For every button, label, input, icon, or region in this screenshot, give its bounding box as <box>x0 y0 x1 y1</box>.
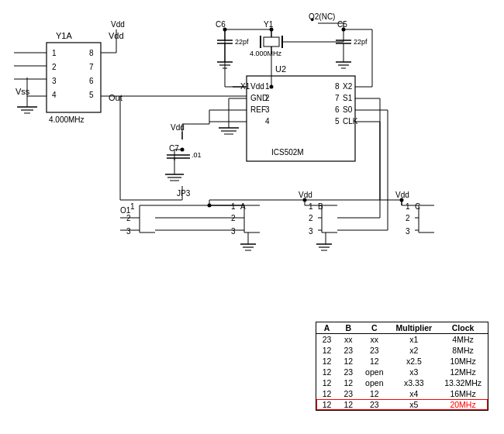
svg-text:Vdd: Vdd <box>299 191 312 199</box>
col-header-b: B <box>337 322 359 334</box>
svg-text:5: 5 <box>89 91 94 99</box>
table-cell: 12 <box>337 356 359 367</box>
svg-text:B: B <box>318 202 323 211</box>
svg-text:2: 2 <box>309 214 313 222</box>
svg-text:3: 3 <box>309 227 313 236</box>
svg-text:3: 3 <box>52 77 57 85</box>
svg-rect-43 <box>264 37 279 46</box>
table-cell: 12 <box>316 345 338 356</box>
svg-text:2: 2 <box>52 63 57 71</box>
table-row: 1223openx312MHz <box>316 367 488 377</box>
svg-text:1: 1 <box>265 82 270 91</box>
col-header-multiplier: Multiplier <box>389 322 438 334</box>
svg-text:6: 6 <box>89 77 94 85</box>
table-row: 122323x28MHz <box>316 345 488 356</box>
svg-text:3: 3 <box>406 227 410 236</box>
table-cell: 13.32MHz <box>438 377 488 388</box>
table-cell: 16MHz <box>438 388 488 399</box>
svg-text:U2: U2 <box>275 64 286 74</box>
svg-text:2: 2 <box>406 214 410 222</box>
svg-text:22pf: 22pf <box>235 38 249 46</box>
table-cell: open <box>359 377 389 388</box>
svg-text:S1: S1 <box>343 94 353 102</box>
svg-text:22pf: 22pf <box>354 38 368 46</box>
table-cell: 12 <box>316 367 338 377</box>
svg-point-124 <box>181 148 185 152</box>
table-row: 1212openx3.3313.32MHz <box>316 377 488 388</box>
svg-text:Vdd: Vdd <box>395 191 409 199</box>
svg-text:Y1A: Y1A <box>56 31 72 40</box>
table-cell: 23 <box>359 345 389 356</box>
table-cell: 10MHz <box>438 356 488 367</box>
svg-text:X2: X2 <box>343 82 353 91</box>
table-cell: open <box>359 367 389 377</box>
table-cell: xx <box>359 334 389 346</box>
table-cell: xx <box>337 334 359 346</box>
svg-text:4.000MHz: 4.000MHz <box>49 115 85 124</box>
table-cell: x4 <box>389 388 438 399</box>
svg-point-83 <box>223 28 227 32</box>
table-cell: 12 <box>359 356 389 367</box>
svg-text:7: 7 <box>89 63 94 71</box>
svg-text:Vss: Vss <box>16 87 30 96</box>
svg-text:Vdd: Vdd <box>250 82 264 91</box>
table-cell: 23 <box>337 345 359 356</box>
table-cell: x3.33 <box>389 377 438 388</box>
table-cell: 12 <box>316 377 338 388</box>
svg-text:3: 3 <box>126 227 131 236</box>
table-cell: 20MHz <box>438 399 488 410</box>
table-cell: 12 <box>316 356 338 367</box>
svg-text:A: A <box>240 202 246 211</box>
svg-text:S0: S0 <box>343 105 353 114</box>
table-row: 121212x2.510MHz <box>316 356 488 367</box>
table-cell: 12 <box>359 388 389 399</box>
table-cell: 12 <box>337 399 359 410</box>
svg-text:1: 1 <box>130 202 135 211</box>
svg-point-80 <box>270 28 274 32</box>
svg-point-190 <box>400 198 404 202</box>
svg-point-197 <box>208 204 212 208</box>
svg-text:C5: C5 <box>337 20 347 29</box>
table-cell: 4MHz <box>438 334 488 346</box>
table-cell: x3 <box>389 367 438 377</box>
svg-text:4: 4 <box>52 91 57 99</box>
svg-text:ICS502M: ICS502M <box>271 148 304 157</box>
svg-point-94 <box>342 28 346 32</box>
table-cell: x2 <box>389 345 438 356</box>
table-row: 23xxxxx14MHz <box>316 334 488 346</box>
svg-text:1: 1 <box>309 202 313 211</box>
svg-text:3: 3 <box>265 105 270 114</box>
table-cell: 12MHz <box>438 367 488 377</box>
table-cell: 23 <box>359 399 389 410</box>
schematic-container: Y1A 1 8 2 7 3 6 4 5 Vdd Vss Out 4.000MHz… <box>0 0 504 434</box>
table-cell: x5 <box>389 399 438 410</box>
table-cell: 23 <box>337 367 359 377</box>
svg-text:C6: C6 <box>216 20 226 29</box>
svg-text:1: 1 <box>231 202 236 211</box>
svg-text:1: 1 <box>406 202 410 211</box>
table-row: 121223x520MHz <box>316 399 488 410</box>
svg-text:JP3: JP3 <box>177 189 191 198</box>
table-row: 122312x416MHz <box>316 388 488 399</box>
col-header-clock: Clock <box>438 322 488 334</box>
svg-text:6: 6 <box>335 105 340 114</box>
svg-point-85 <box>270 85 274 89</box>
svg-text:2: 2 <box>265 94 270 102</box>
table-cell: 23 <box>316 334 338 346</box>
svg-text:7: 7 <box>335 94 340 102</box>
table-cell: 8MHz <box>438 345 488 356</box>
svg-text:●: ● <box>310 16 314 23</box>
svg-text:C: C <box>415 202 420 211</box>
svg-text:1: 1 <box>52 49 57 57</box>
svg-text:5: 5 <box>335 117 340 126</box>
data-table-container: A B C Multiplier Clock 23xxxxx14MHz12232… <box>316 322 488 411</box>
table-cell: x2.5 <box>389 356 438 367</box>
svg-text:Y1: Y1 <box>264 20 274 29</box>
table-cell: 12 <box>316 399 338 410</box>
svg-text:4: 4 <box>265 117 270 126</box>
table-cell: 12 <box>337 377 359 388</box>
col-header-a: A <box>316 322 338 334</box>
svg-text:3: 3 <box>231 227 236 236</box>
svg-text:4.000MHz: 4.000MHz <box>250 50 282 57</box>
svg-text:8: 8 <box>335 82 340 91</box>
